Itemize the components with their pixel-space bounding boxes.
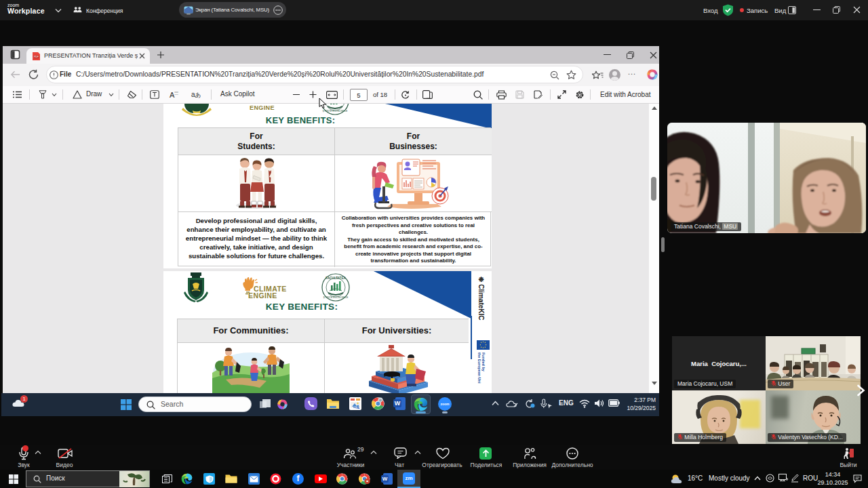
svg-text:ȘTIINȚE ECONOMICE: ȘTIINȚE ECONOMICE (323, 296, 349, 299)
svg-text:PDF: PDF (34, 56, 39, 58)
svg-text:FACULTATEA: FACULTATEA (326, 277, 346, 280)
svg-text:ȘTIINȚE ECONOMICE: ȘTIINȚE ECONOMICE (323, 110, 349, 113)
